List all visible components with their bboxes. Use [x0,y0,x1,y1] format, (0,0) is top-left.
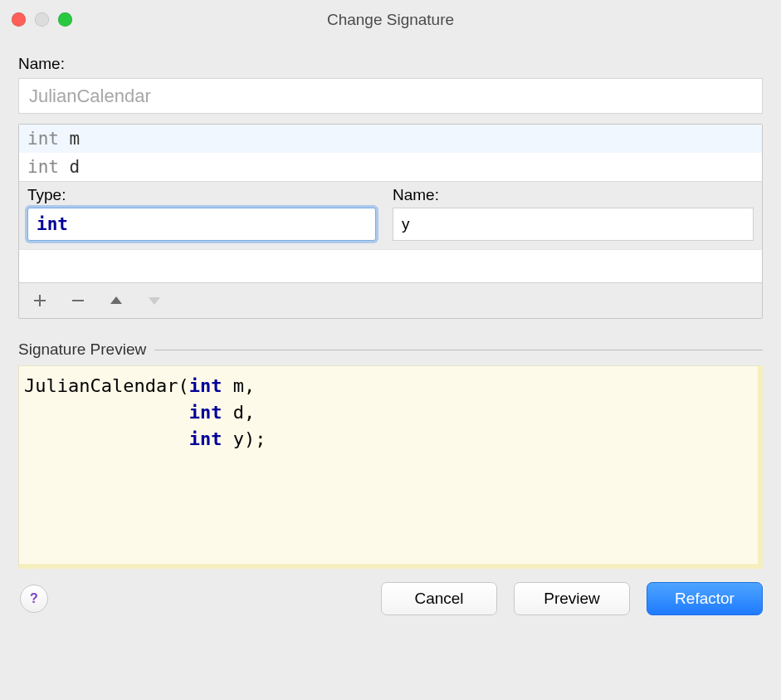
arrow-up-icon [109,293,124,308]
svg-text:?: ? [30,591,38,605]
type-label: Type: [27,182,376,208]
move-down-button [145,291,164,310]
remove-button[interactable] [69,291,87,310]
window-title: Change Signature [327,11,454,29]
name-input[interactable] [18,78,763,114]
param-name-input[interactable] [393,208,754,241]
help-button[interactable]: ? [20,585,48,613]
plus-icon [32,293,47,308]
titlebar: Change Signature [0,0,781,40]
close-icon[interactable] [12,12,26,27]
param-name: d [70,157,81,177]
param-name: m [70,129,81,149]
parameter-editor: Type: Name: [19,181,762,241]
param-type: int [27,129,59,149]
cancel-button[interactable]: Cancel [381,582,497,615]
name-label: Name: [18,55,763,73]
refactor-button[interactable]: Refactor [647,582,763,615]
parameter-row[interactable]: int m [19,125,762,153]
type-input[interactable] [27,208,376,241]
signature-preview-header: Signature Preview [18,340,763,359]
arrow-down-icon [147,293,162,308]
add-button[interactable] [31,291,49,310]
help-icon: ? [27,591,41,606]
signature-preview-title: Signature Preview [18,340,146,359]
zoom-icon[interactable] [58,12,72,27]
move-up-button[interactable] [107,291,125,310]
preview-button[interactable]: Preview [514,582,630,615]
parameter-list[interactable]: int m int d [19,125,762,181]
window-controls [12,12,72,27]
parameters-panel: int m int d Type: Name: [18,124,763,319]
button-bar: ? Cancel Preview Refactor [18,582,763,615]
minimize-icon [35,12,49,27]
signature-preview: JulianCalendar(int m, int d, int y); [18,365,763,569]
parameter-row[interactable]: int d [19,153,762,181]
divider [154,350,763,350]
minus-icon [71,293,85,308]
param-name-label: Name: [393,182,754,208]
parameter-toolbar [19,282,762,318]
parameter-list-empty-area[interactable] [19,249,762,282]
param-type: int [27,157,59,177]
